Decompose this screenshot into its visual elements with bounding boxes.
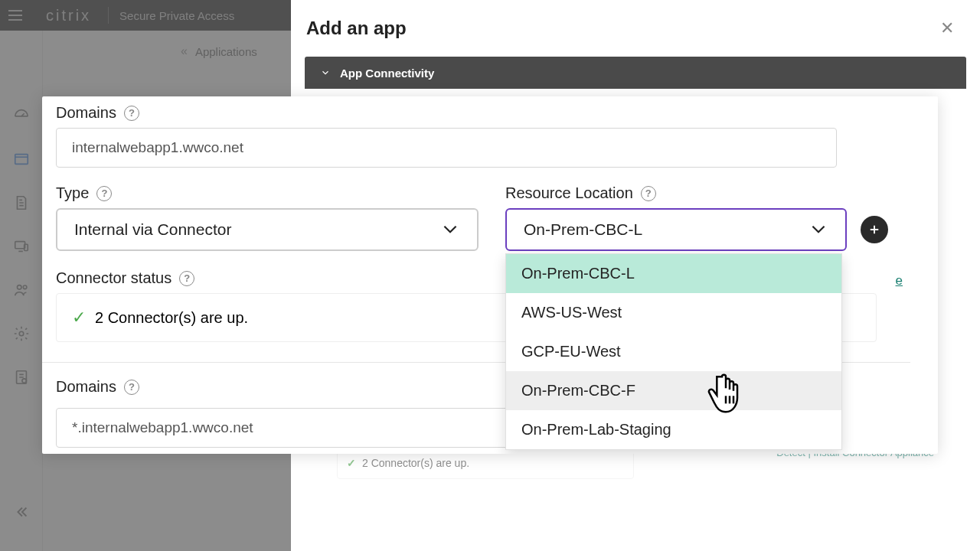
section-header[interactable]: App Connectivity xyxy=(305,57,966,89)
type-select[interactable]: Internal via Connector xyxy=(56,208,479,251)
help-icon[interactable]: ? xyxy=(124,106,139,121)
rl-value: On-Prem-CBC-L xyxy=(524,220,642,239)
chevron-down-icon xyxy=(320,67,331,78)
check-icon: ✓ xyxy=(72,308,86,328)
status-label: Connector status xyxy=(56,269,172,287)
type-value: Internal via Connector xyxy=(74,220,231,239)
domains-label-2: Domains xyxy=(56,378,116,396)
check-icon: ✓ xyxy=(347,457,356,469)
close-icon[interactable]: ✕ xyxy=(936,14,959,43)
help-icon[interactable]: ? xyxy=(124,380,139,395)
rl-option[interactable]: On-Prem-CBC-F xyxy=(506,371,841,410)
domains-label: Domains xyxy=(56,104,116,122)
drawer-title: Add an app xyxy=(306,18,407,39)
rl-label: Resource Location xyxy=(505,184,633,202)
rl-option[interactable]: GCP-EU-West xyxy=(506,332,841,371)
chevron-down-icon xyxy=(808,220,828,240)
add-resource-location-button[interactable] xyxy=(861,216,888,243)
plus-icon xyxy=(867,223,881,236)
zoom-modal: Domains ? Type ? Internal via Connector … xyxy=(42,96,938,454)
resource-location-select[interactable]: On-Prem-CBC-L xyxy=(505,208,847,251)
help-icon[interactable]: ? xyxy=(641,186,656,201)
rl-option[interactable]: On-Prem-Lab-Staging xyxy=(506,410,841,449)
help-icon[interactable]: ? xyxy=(96,186,112,201)
rl-dropdown: On-Prem-CBC-L AWS-US-West GCP-EU-West On… xyxy=(505,253,842,450)
type-label: Type xyxy=(56,184,89,202)
link-fragment[interactable]: e xyxy=(896,273,903,289)
help-icon[interactable]: ? xyxy=(179,271,194,286)
chevron-down-icon xyxy=(440,220,460,240)
rl-option[interactable]: On-Prem-CBC-L xyxy=(506,254,841,293)
status-text: 2 Connector(s) are up. xyxy=(95,309,248,327)
bg-status-text: 2 Connector(s) are up. xyxy=(362,457,469,469)
rl-option[interactable]: AWS-US-West xyxy=(506,293,841,332)
section-title: App Connectivity xyxy=(340,67,434,80)
domain-input[interactable] xyxy=(56,128,837,168)
